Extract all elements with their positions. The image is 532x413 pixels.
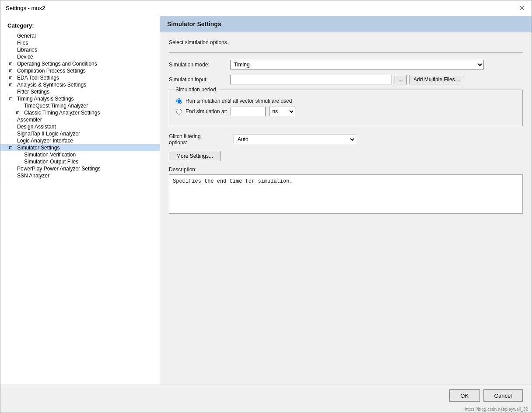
radio-end-at[interactable]	[176, 109, 182, 115]
expand-icon-simulator: ⊟	[9, 145, 15, 151]
expand-icon-logic: ─	[9, 139, 15, 143]
expand-icon-device: ─	[9, 55, 15, 59]
more-settings-button[interactable]: More Settings...	[169, 151, 220, 161]
sim-mode-select[interactable]: TimingFunctionalTiming (Fast Model)	[230, 60, 484, 69]
radio-run-label[interactable]: Run simulation until all vector stimuli …	[186, 98, 292, 104]
sidebar-label-ssn: SSN Analyzer	[15, 173, 49, 179]
sidebar-item-general[interactable]: ─General	[0, 32, 160, 39]
sidebar-label-design: Design Assistant	[15, 124, 56, 130]
expand-icon-simverif: ─	[16, 153, 22, 157]
group-title: Simulation period	[174, 87, 218, 93]
sidebar-item-assembler[interactable]: ─Assembler	[0, 116, 160, 123]
add-multiple-button[interactable]: Add Multiple Files...	[410, 75, 463, 84]
sidebar-label-assembler: Assembler	[15, 117, 42, 123]
sidebar-label-simverif: Simulation Verification	[22, 152, 76, 158]
category-label: Category:	[0, 21, 160, 32]
sidebar-label-timing: Timing Analysis Settings	[15, 96, 74, 102]
right-panel: Simulator Settings Select simulation opt…	[160, 16, 532, 385]
description-box: Specifies the end time for simulation.	[169, 174, 523, 214]
tree-container: ─General─Files─Libraries─Device⊞Operatin…	[0, 32, 160, 179]
expand-icon-signaltap: ─	[9, 132, 15, 136]
expand-icon-analysis: ⊞	[9, 82, 15, 88]
panel-subtitle: Select simulation options.	[169, 39, 523, 45]
sidebar-item-device[interactable]: ─Device	[0, 53, 160, 60]
sim-input-label: Simulation input:	[169, 76, 230, 83]
sidebar-label-general: General	[15, 33, 36, 39]
expand-icon-ssn: ─	[9, 174, 15, 178]
sidebar-item-files[interactable]: ─Files	[0, 39, 160, 46]
sidebar-item-design[interactable]: ─Design Assistant	[0, 123, 160, 130]
sim-input-field[interactable]	[230, 75, 392, 84]
glitch-label: Glitch filteringoptions:	[169, 133, 230, 146]
footer: OK Cancel	[0, 385, 532, 406]
cancel-button[interactable]: Cancel	[483, 389, 523, 402]
sidebar-label-operating: Operating Settings and Conditions	[15, 61, 97, 67]
expand-icon-simout: ─	[16, 160, 22, 164]
simulation-period-group: Simulation period Run simulation until a…	[169, 90, 523, 126]
sidebar-item-analysis[interactable]: ⊞Analysis & Synthesis Settings	[0, 81, 160, 88]
sidebar-label-simulator: Simulator Settings	[15, 145, 60, 151]
main-content: Category: ─General─Files─Libraries─Devic…	[0, 16, 532, 385]
sidebar-item-timequest[interactable]: ─TimeQuest Timing Analyzer	[0, 102, 160, 109]
ok-button[interactable]: OK	[449, 389, 480, 402]
sidebar-item-simulator[interactable]: ⊟Simulator Settings	[0, 144, 160, 151]
end-sim-value[interactable]	[231, 107, 266, 116]
panel-body: Select simulation options. Simulation mo…	[160, 32, 532, 385]
sidebar-label-eda: EDA Tool Settings	[15, 75, 59, 81]
sidebar-item-libraries[interactable]: ─Libraries	[0, 46, 160, 53]
sidebar-item-timing[interactable]: ⊟Timing Analysis Settings	[0, 95, 160, 102]
sidebar-item-powerplay[interactable]: ─PowerPlay Power Analyzer Settings	[0, 165, 160, 172]
sidebar-item-fitter[interactable]: ─Fitter Settings	[0, 88, 160, 95]
sidebar-label-simout: Simulation Output Files	[22, 159, 78, 165]
sidebar-item-classic[interactable]: ⊞Classic Timing Analyzer Settings	[0, 109, 160, 116]
description-label: Description:	[169, 167, 523, 173]
description-section: Description: Specifies the end time for …	[169, 167, 523, 214]
expand-icon-libraries: ─	[9, 48, 15, 52]
sidebar-label-analysis: Analysis & Synthesis Settings	[15, 82, 86, 88]
sidebar-item-compilation[interactable]: ⊞Compilation Process Settings	[0, 67, 160, 74]
expand-icon-files: ─	[9, 41, 15, 45]
sidebar-label-libraries: Libraries	[15, 47, 37, 53]
sidebar-item-operating[interactable]: ⊞Operating Settings and Conditions	[0, 60, 160, 67]
expand-icon-general: ─	[9, 34, 15, 38]
sidebar-item-simout[interactable]: ─Simulation Output Files	[0, 158, 160, 165]
sidebar-label-files: Files	[15, 40, 28, 46]
radio-end-label[interactable]: End simulation at:	[186, 108, 227, 115]
radio-end-row: End simulation at: nspsusms	[176, 107, 515, 116]
expand-icon-timing: ⊟	[9, 96, 15, 102]
sim-input-row: Simulation input: ... Add Multiple Files…	[169, 75, 523, 84]
sim-mode-row: Simulation mode: TimingFunctionalTiming …	[169, 60, 523, 69]
sidebar-item-simverif[interactable]: ─Simulation Verification	[0, 151, 160, 158]
end-sim-unit-select[interactable]: nspsusms	[269, 107, 295, 116]
expand-icon-eda: ⊞	[9, 75, 15, 81]
sidebar-item-logic[interactable]: ─Logic Analyzer Interface	[0, 137, 160, 144]
expand-icon-fitter: ─	[9, 90, 15, 94]
sidebar-label-logic: Logic Analyzer Interface	[15, 138, 73, 144]
sidebar-label-signaltap: SignalTap II Logic Analyzer	[15, 131, 80, 137]
close-button[interactable]: ✕	[517, 4, 526, 12]
browse-button[interactable]: ...	[395, 75, 407, 84]
radio-run-all[interactable]	[176, 98, 182, 104]
sidebar-item-ssn[interactable]: ─SSN Analyzer	[0, 172, 160, 179]
window-title: Settings - mux2	[6, 5, 45, 11]
sim-mode-wrap: TimingFunctionalTiming (Fast Model)	[230, 60, 523, 69]
settings-window: Settings - mux2 ✕ Category: ─General─Fil…	[0, 0, 532, 413]
title-bar: Settings - mux2 ✕	[0, 0, 532, 16]
watermark: https://blog.csdn.net/playwall_32	[0, 406, 532, 413]
glitch-select[interactable]: AutoOnOff	[234, 135, 356, 144]
sim-mode-label: Simulation mode:	[169, 62, 230, 68]
glitch-row: Glitch filteringoptions: AutoOnOff	[169, 133, 523, 146]
sidebar-label-fitter: Fitter Settings	[15, 89, 49, 95]
sidebar-label-timequest: TimeQuest Timing Analyzer	[22, 103, 88, 109]
sidebar-item-eda[interactable]: ⊞EDA Tool Settings	[0, 74, 160, 81]
sidebar-label-classic: Classic Timing Analyzer Settings	[22, 110, 100, 116]
panel-header: Simulator Settings	[160, 16, 532, 32]
expand-icon-timequest: ─	[16, 104, 22, 108]
expand-icon-design: ─	[9, 125, 15, 129]
sidebar-label-device: Device	[15, 54, 33, 60]
more-settings-wrap: More Settings...	[169, 151, 523, 161]
separator-1	[169, 52, 523, 53]
sidebar-item-signaltap[interactable]: ─SignalTap II Logic Analyzer	[0, 130, 160, 137]
radio-run-row: Run simulation until all vector stimuli …	[176, 98, 515, 104]
expand-icon-powerplay: ─	[9, 167, 15, 171]
